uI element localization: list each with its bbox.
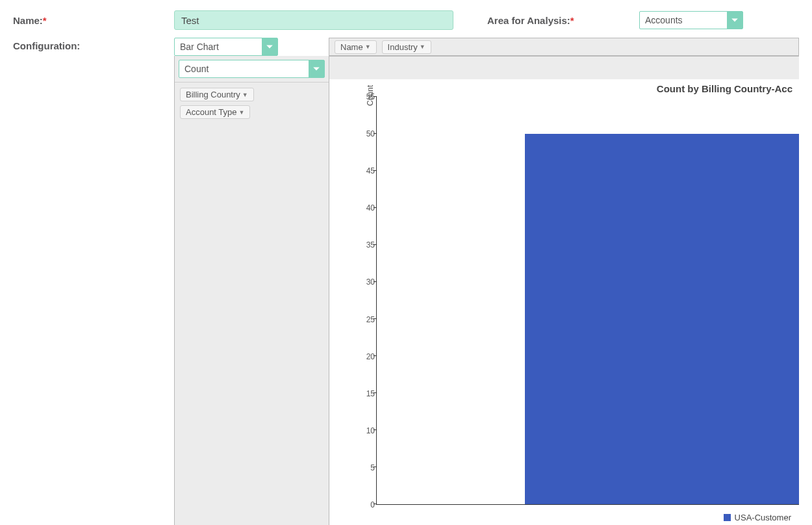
legend-swatch <box>724 514 731 521</box>
y-tick-mark <box>374 244 377 245</box>
rows-panel: Count Billing Country▼Account Type▼ <box>175 56 329 525</box>
chevron-down-icon: ▼ <box>420 44 425 50</box>
chart-type-select[interactable]: Bar Chart <box>174 38 278 56</box>
y-tick-label: 20 <box>353 352 375 361</box>
pill-label: Account Type <box>186 107 237 117</box>
page-root: Name:* Area for Analysis:* Accounts Conf… <box>0 0 812 525</box>
measure-select[interactable]: Count <box>179 60 325 78</box>
y-tick-mark <box>374 207 377 208</box>
area-select[interactable]: Accounts <box>639 11 743 29</box>
measure-select-button[interactable] <box>309 60 324 77</box>
chart-type-row: Bar Chart Name▼Industry▼ <box>174 38 799 56</box>
y-tick-mark <box>374 318 377 319</box>
y-tick-mark <box>374 281 377 282</box>
plot <box>376 97 799 505</box>
chart-title: Count by Billing Country-Acc <box>329 79 799 94</box>
chart-area: Count by Billing Country-Acc Count 05101… <box>329 56 799 525</box>
y-tick-mark <box>374 355 377 356</box>
values-drop-zone[interactable] <box>329 56 799 79</box>
plot-wrap: Count 0510152025303540455055 <box>341 94 799 509</box>
y-tick-label: 50 <box>353 129 375 138</box>
y-tick-mark <box>374 170 377 171</box>
grid-body: Count Billing Country▼Account Type▼ Coun… <box>174 56 799 525</box>
name-label: Name:* <box>13 15 174 26</box>
chart-type-value: Bar Chart <box>175 38 262 55</box>
y-tick-mark <box>374 392 377 393</box>
y-tick-label: 0 <box>353 500 375 509</box>
pill-label: Billing Country <box>186 90 240 99</box>
y-tick-mark <box>374 96 377 97</box>
y-tick-label: 15 <box>353 389 375 398</box>
chevron-down-icon: ▼ <box>239 109 245 116</box>
legend-label: USA-Customer <box>735 513 791 522</box>
pill-label: Industry <box>388 42 418 52</box>
columns-drop-zone[interactable]: Name▼Industry▼ <box>329 38 799 56</box>
y-tick-label: 55 <box>353 92 375 101</box>
measure-select-value: Count <box>179 60 309 77</box>
chevron-down-icon <box>266 43 273 51</box>
legend: USA-Customer <box>329 509 799 525</box>
y-axis-ticks: 0510152025303540455055 <box>353 97 375 505</box>
column-pill[interactable]: Industry▼ <box>382 40 431 54</box>
row-pill[interactable]: Billing Country▼ <box>180 88 254 101</box>
chevron-down-icon: ▼ <box>242 92 248 98</box>
y-tick-label: 30 <box>353 277 375 287</box>
area-label: Area for Analysis:* <box>487 15 639 26</box>
y-tick-mark <box>374 133 377 134</box>
form-row-name: Name:* Area for Analysis:* Accounts <box>13 10 799 30</box>
chevron-down-icon <box>731 16 739 24</box>
configuration-label: Configuration: <box>13 38 174 51</box>
row-pill[interactable]: Account Type▼ <box>180 105 250 119</box>
chevron-down-icon <box>312 65 320 73</box>
y-tick-label: 25 <box>353 315 375 324</box>
bar[interactable] <box>525 134 800 504</box>
configuration-body: Bar Chart Name▼Industry▼ Count <box>174 38 799 525</box>
name-input[interactable] <box>174 10 453 30</box>
y-tick-label: 10 <box>353 426 375 435</box>
y-tick-mark <box>374 429 377 430</box>
y-tick-mark <box>374 504 377 504</box>
area-select-value: Accounts <box>640 12 727 29</box>
y-tick-label: 5 <box>353 463 375 472</box>
y-tick-label: 40 <box>353 203 375 212</box>
measure-select-wrap: Count <box>175 56 329 83</box>
column-pill[interactable]: Name▼ <box>335 40 377 54</box>
y-tick-label: 45 <box>353 166 375 175</box>
rows-drop-zone[interactable]: Billing Country▼Account Type▼ <box>175 83 329 124</box>
area-select-button[interactable] <box>727 12 742 29</box>
form-row-configuration: Configuration: Bar Chart Name▼Industry▼ … <box>13 38 799 525</box>
pill-label: Name <box>340 42 363 52</box>
chevron-down-icon: ▼ <box>365 44 371 50</box>
name-input-wrap <box>174 10 453 30</box>
y-tick-mark <box>374 467 377 467</box>
y-tick-label: 35 <box>353 240 375 250</box>
chart-type-select-button[interactable] <box>262 38 277 55</box>
